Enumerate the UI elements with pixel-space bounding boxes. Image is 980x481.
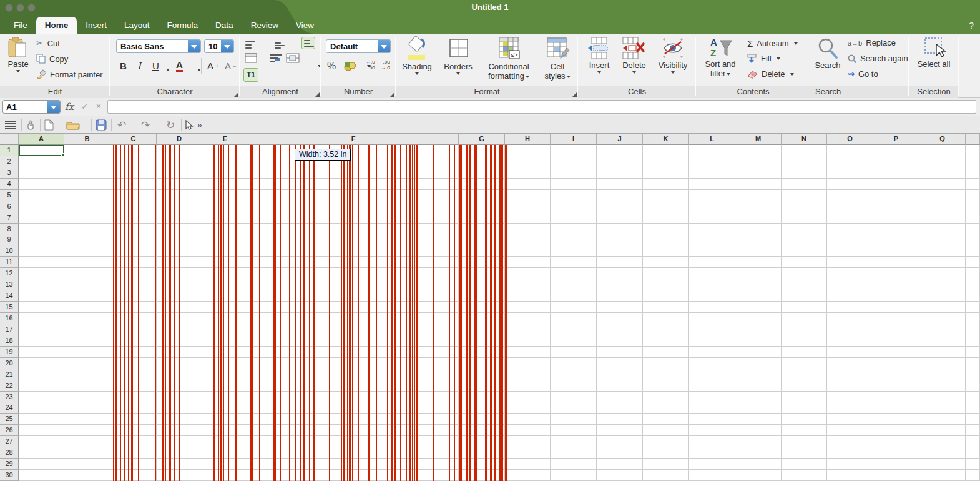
row-header-5[interactable]: 5 <box>0 190 19 201</box>
row-header-23[interactable]: 23 <box>0 392 19 403</box>
toolbar-overflow-icon[interactable]: » <box>197 118 202 132</box>
insert-cells-button[interactable]: Insert <box>583 36 615 76</box>
underline-button[interactable]: U <box>152 61 159 71</box>
delete-cells-dropdown[interactable] <box>632 71 636 76</box>
add-decimal-icon[interactable]: ←.0.00 <box>366 59 375 71</box>
ribbon-tab-insert[interactable]: Insert <box>77 17 115 34</box>
ribbon-tab-formula[interactable]: Formula <box>159 17 207 34</box>
column-header-N[interactable]: N <box>782 134 827 145</box>
search-again-button[interactable]: Search again <box>848 54 908 63</box>
row-header-26[interactable]: 26 <box>0 425 19 436</box>
help-icon[interactable]: ? <box>969 21 974 31</box>
column-header-B[interactable]: B <box>64 134 110 145</box>
visibility-dropdown[interactable] <box>671 71 675 76</box>
insert-cells-dropdown[interactable] <box>597 71 601 76</box>
column-header-I[interactable]: I <box>551 134 597 145</box>
row-header-1[interactable]: 1 <box>0 145 19 156</box>
row-header-20[interactable]: 20 <box>0 358 19 369</box>
cell-styles-button[interactable]: Cell styles <box>539 36 576 81</box>
open-folder-icon[interactable] <box>66 118 80 132</box>
delete-cells-button[interactable]: Delete <box>618 36 650 76</box>
character-dialog-launcher[interactable] <box>234 92 238 97</box>
row-header-10[interactable]: 10 <box>0 245 19 257</box>
visibility-button[interactable]: Visibility <box>653 36 693 76</box>
row-header-6[interactable]: 6 <box>0 201 19 212</box>
ribbon-tab-file[interactable]: File <box>5 17 36 34</box>
column-header-D[interactable]: D <box>157 134 202 145</box>
delete-contents-dropdown[interactable] <box>790 73 794 77</box>
row-header-3[interactable]: 3 <box>0 167 19 179</box>
conditional-formatting-dropdown[interactable] <box>526 76 529 80</box>
font-name-dropdown[interactable] <box>188 40 200 52</box>
grow-font-button[interactable]: A+ <box>207 61 218 71</box>
select-cursor-icon[interactable] <box>185 118 194 132</box>
wrap-text-icon[interactable] <box>270 53 282 63</box>
row-header-14[interactable]: 14 <box>0 290 19 302</box>
spreadsheet-grid[interactable]: ABCDEFGHIJKLMNOPQ 1234567891011121314151… <box>0 134 980 481</box>
replace-button[interactable]: a→b Replace <box>848 38 896 47</box>
function-wizard-icon[interactable]: fx <box>65 101 74 112</box>
shrink-font-button[interactable]: A− <box>225 61 236 71</box>
paste-button[interactable]: Paste <box>4 37 32 74</box>
cell-styles-dropdown[interactable] <box>567 76 571 80</box>
font-name-combo[interactable]: Basic Sans <box>116 39 201 53</box>
row-header-16[interactable]: 16 <box>0 313 19 324</box>
shading-button[interactable]: Shading <box>398 36 436 77</box>
alignment-dialog-launcher[interactable] <box>315 92 320 97</box>
sort-filter-dropdown[interactable] <box>727 73 730 77</box>
column-header-G[interactable]: G <box>459 134 505 145</box>
format-dialog-launcher[interactable] <box>572 92 577 97</box>
ribbon-tab-data[interactable]: Data <box>207 17 242 34</box>
selected-cell-a1[interactable] <box>19 145 64 156</box>
number-format-combo[interactable]: Default <box>326 39 391 53</box>
autosum-button[interactable]: Σ Autosum <box>747 38 798 49</box>
row-header-2[interactable]: 2 <box>0 156 19 167</box>
name-box-dropdown[interactable] <box>47 101 60 113</box>
cell-format-icon[interactable] <box>245 53 257 63</box>
column-header-E[interactable]: E <box>202 134 248 145</box>
ribbon-tab-layout[interactable]: Layout <box>115 17 159 34</box>
row-header-25[interactable]: 25 <box>0 414 19 425</box>
accept-icon[interactable]: ✓ <box>81 101 89 111</box>
underline-dropdown[interactable] <box>166 69 170 73</box>
row-header-11[interactable]: 11 <box>0 257 19 268</box>
currency-format-icon[interactable] <box>343 61 357 72</box>
fill-dropdown[interactable] <box>777 57 780 62</box>
font-size-dropdown[interactable] <box>221 40 233 52</box>
column-header-J[interactable]: J <box>597 134 643 145</box>
new-document-icon[interactable] <box>44 118 54 132</box>
italic-button[interactable]: I <box>137 61 141 72</box>
autosum-dropdown[interactable] <box>794 42 798 47</box>
bold-button[interactable]: B <box>120 61 127 71</box>
merge-cells-icon[interactable] <box>286 53 300 63</box>
column-header-P[interactable]: P <box>873 134 919 145</box>
row-header-24[interactable]: 24 <box>0 402 19 414</box>
fill-handle[interactable] <box>61 153 65 157</box>
percent-format-button[interactable]: % <box>327 61 336 72</box>
format-painter-button[interactable]: Format painter <box>36 69 103 79</box>
row-header-18[interactable]: 18 <box>0 335 19 347</box>
select-all-button[interactable]: Select all <box>915 37 953 69</box>
row-header-19[interactable]: 19 <box>0 347 19 358</box>
copy-button[interactable]: Copy <box>36 54 68 64</box>
borders-button[interactable]: Borders <box>439 36 477 77</box>
align-top-icon[interactable] <box>245 41 256 51</box>
borders-dropdown[interactable] <box>456 72 460 77</box>
font-color-dropdown[interactable] <box>197 69 201 73</box>
row-header-15[interactable]: 15 <box>0 302 19 313</box>
column-header-O[interactable]: O <box>827 134 873 145</box>
column-header-F[interactable]: F <box>248 134 459 145</box>
row-header-7[interactable]: 7 <box>0 212 19 224</box>
undo-icon[interactable]: ↶ <box>117 118 126 132</box>
ribbon-tab-view[interactable]: View <box>287 17 323 34</box>
name-box[interactable]: A1 <box>2 100 61 114</box>
delete-contents-button[interactable]: Delete <box>747 69 794 79</box>
repeat-icon[interactable]: ↻ <box>166 118 175 132</box>
number-format-dropdown[interactable] <box>378 40 390 52</box>
row-header-29[interactable]: 29 <box>0 459 19 470</box>
align-bottom-icon[interactable] <box>301 37 315 49</box>
row-header-21[interactable]: 21 <box>0 369 19 380</box>
center-vertically-icon[interactable] <box>274 41 285 51</box>
row-header-22[interactable]: 22 <box>0 380 19 392</box>
fill-button[interactable]: Fill <box>747 54 780 63</box>
